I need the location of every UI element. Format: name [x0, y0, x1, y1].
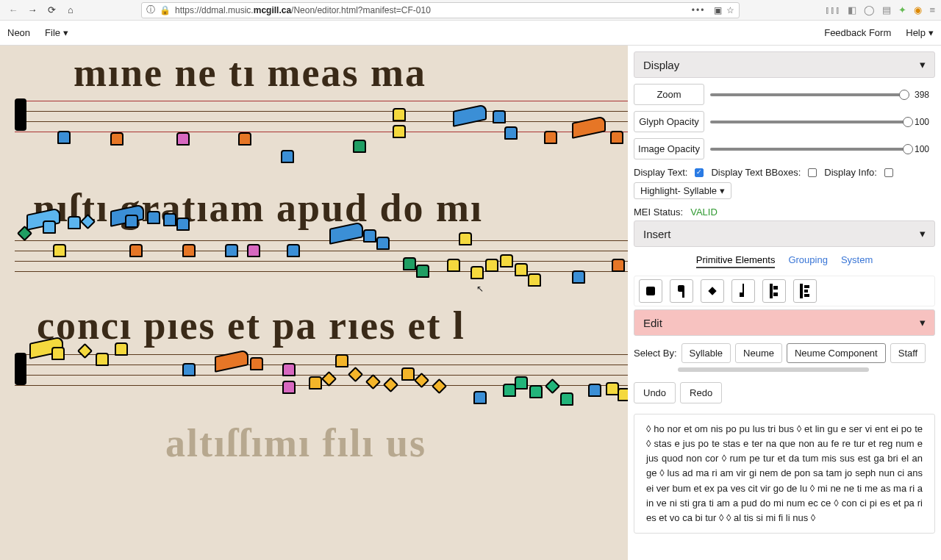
extension-icon[interactable]: ✦: [898, 4, 906, 15]
highlight-dropdown[interactable]: Highlight- Syllable▾: [634, 182, 731, 199]
neume[interactable]: [43, 220, 56, 234]
address-bar[interactable]: ⓘ 🔒 https://ddmal.music.mcgill.ca/Neon/e…: [141, 2, 740, 18]
neume[interactable]: [176, 218, 190, 231]
bookmark-icon[interactable]: ☆: [726, 5, 734, 15]
neume[interactable]: [309, 376, 322, 390]
neume[interactable]: [250, 357, 263, 370]
neume[interactable]: [57, 131, 71, 144]
sidebar-icon[interactable]: ◧: [848, 4, 856, 15]
forward-button[interactable]: →: [25, 3, 40, 18]
insert-f-clef-button[interactable]: [793, 279, 817, 303]
neume[interactable]: [335, 354, 348, 367]
neume[interactable]: [470, 266, 484, 279]
neume[interactable]: [459, 232, 472, 245]
display-panel-header[interactable]: Display▾: [634, 51, 935, 78]
neume[interactable]: [618, 388, 628, 401]
neume[interactable]: [238, 132, 251, 146]
extension2-icon[interactable]: ◉: [914, 4, 922, 15]
account-icon[interactable]: ◯: [864, 4, 875, 15]
home-button[interactable]: ⌂: [63, 3, 78, 18]
insert-custos-button[interactable]: [731, 279, 755, 303]
neume[interactable]: [529, 385, 543, 398]
tab-system[interactable]: System: [841, 254, 873, 268]
neume[interactable]: [225, 244, 238, 257]
neume[interactable]: [393, 108, 406, 121]
zoom-slider[interactable]: [710, 93, 909, 96]
select-neume-button[interactable]: Neume: [735, 343, 782, 363]
glyph-opacity-slider[interactable]: [710, 121, 909, 123]
neume[interactable]: [485, 259, 498, 272]
neume[interactable]: [353, 140, 366, 153]
undo-button[interactable]: Undo: [634, 382, 676, 403]
select-syllable-button[interactable]: Syllable: [681, 343, 731, 363]
file-menu[interactable]: File▾: [45, 27, 68, 38]
insert-diamond-button[interactable]: [701, 279, 724, 303]
help-menu[interactable]: Help▾: [906, 27, 934, 38]
neume[interactable]: [247, 244, 260, 257]
insert-panel-header[interactable]: Insert▾: [634, 220, 935, 247]
redo-button[interactable]: Redo: [680, 382, 722, 403]
clef[interactable]: [15, 98, 26, 131]
page-actions-icon[interactable]: •••: [692, 5, 706, 15]
neume[interactable]: [393, 125, 406, 138]
neume[interactable]: [68, 216, 81, 229]
clef[interactable]: [15, 353, 26, 385]
select-staff-button[interactable]: Staff: [890, 343, 926, 363]
select-nc-button[interactable]: Neume Component: [787, 343, 886, 363]
neume[interactable]: [416, 265, 429, 278]
tab-primitives[interactable]: Primitive Elements: [696, 254, 776, 268]
neume[interactable]: [176, 132, 190, 146]
reload-button[interactable]: ⟳: [44, 3, 59, 18]
display-bboxes-checkbox[interactable]: [808, 168, 817, 177]
neume[interactable]: [115, 342, 128, 356]
neume[interactable]: [544, 131, 557, 144]
neume[interactable]: [612, 259, 625, 272]
neume[interactable]: [376, 237, 390, 250]
notes-icon[interactable]: ▤: [882, 4, 891, 15]
display-text-checkbox[interactable]: [695, 168, 704, 177]
neume[interactable]: [163, 213, 176, 226]
back-button[interactable]: ←: [6, 3, 21, 18]
neume[interactable]: [51, 347, 65, 360]
edit-panel-header[interactable]: Edit▾: [634, 309, 935, 336]
neume[interactable]: [610, 131, 623, 144]
neume[interactable]: [129, 244, 143, 257]
neume[interactable]: [110, 132, 124, 146]
neume[interactable]: [447, 259, 460, 272]
neume[interactable]: [363, 229, 376, 243]
select-scrollbar[interactable]: [678, 367, 869, 372]
neume[interactable]: [282, 381, 296, 394]
neume[interactable]: [504, 126, 518, 140]
neume[interactable]: [53, 244, 66, 257]
tab-grouping[interactable]: Grouping: [788, 254, 827, 268]
insert-c-clef-button[interactable]: [762, 279, 786, 303]
neume[interactable]: [281, 150, 294, 163]
neume[interactable]: [515, 263, 528, 276]
neume[interactable]: [182, 363, 196, 376]
neume[interactable]: [282, 363, 296, 376]
neume[interactable]: [500, 254, 513, 268]
neume[interactable]: [287, 244, 300, 257]
menu-icon[interactable]: ≡: [929, 4, 935, 15]
neume[interactable]: [588, 384, 601, 397]
neume[interactable]: [473, 391, 487, 404]
neume[interactable]: [528, 273, 541, 287]
neume[interactable]: [403, 257, 416, 270]
neume[interactable]: [572, 270, 585, 284]
editor-canvas[interactable]: mıne ne tı meas ma nıſtı gratıam apud do…: [0, 46, 628, 560]
reader-icon[interactable]: ▣: [714, 5, 722, 15]
display-info-checkbox[interactable]: [884, 168, 893, 177]
insert-punctum-button[interactable]: [639, 279, 662, 303]
neume[interactable]: [493, 110, 506, 123]
library-icon[interactable]: ⫿⫿⫿: [825, 4, 840, 15]
neume[interactable]: [125, 215, 138, 228]
neume[interactable]: [147, 211, 160, 224]
feedback-link[interactable]: Feedback Form: [824, 27, 891, 38]
neume[interactable]: [515, 376, 528, 390]
neume[interactable]: [182, 244, 196, 257]
neume[interactable]: [401, 367, 415, 381]
image-opacity-slider[interactable]: [710, 148, 909, 151]
syllable-text-panel[interactable]: ◊ ho nor et om nis po pu lus tri bus ◊ e…: [634, 414, 935, 534]
neume[interactable]: [96, 353, 109, 366]
neume[interactable]: [560, 392, 573, 406]
